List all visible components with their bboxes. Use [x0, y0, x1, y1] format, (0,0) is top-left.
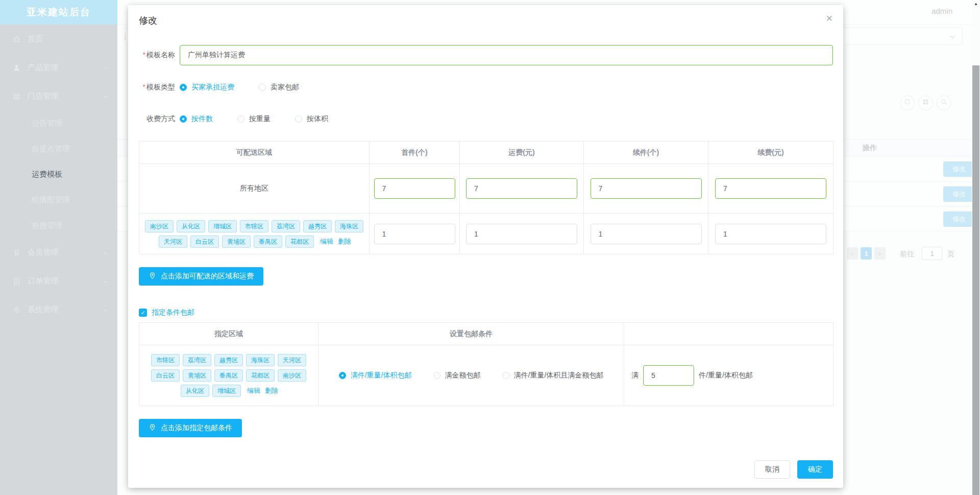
chevron-down-icon [949, 33, 956, 40]
district-tag[interactable]: 越秀区 [303, 220, 332, 232]
sidebar-item-stores[interactable]: 门店管理 [0, 82, 117, 110]
sidebar-item-system[interactable]: 系统管理 [0, 295, 117, 324]
cancel-button[interactable]: 取消 [754, 460, 790, 479]
sidebar-item-orders[interactable]: 订单管理 [0, 267, 117, 295]
district-tag[interactable]: 番禺区 [214, 369, 243, 382]
district-tag[interactable]: 南沙区 [278, 369, 306, 382]
home-icon [12, 35, 21, 43]
pagination-page-input[interactable] [922, 247, 942, 260]
district-tag[interactable]: 荔湾区 [272, 220, 300, 232]
template-name-row: *模板名称 [139, 45, 833, 65]
district-tag[interactable]: 从化区 [181, 385, 209, 397]
sidebar-item-label: 首页 [28, 34, 43, 44]
edit-template-modal: 修改 ✕ *模板名称 *模板类型 买家承担运费 卖家包邮 收费方式 按件数 按重… [128, 5, 843, 488]
search-button[interactable] [937, 96, 951, 110]
chevron-down-icon [103, 278, 109, 285]
confirm-button[interactable]: 确定 [797, 460, 833, 479]
pagination-next-button[interactable]: › [874, 247, 886, 260]
table-row-districts: 南沙区 从化区 增城区 市辖区 荔湾区 越秀区 海珠区 天河区 白云区 黄埔区 … [139, 214, 834, 254]
radio-buyer-pays[interactable]: 买家承担运费 [180, 83, 234, 92]
scroll-up-arrow-icon[interactable]: ▲ [972, 2, 980, 6]
district-tag[interactable]: 增城区 [212, 385, 241, 397]
sidebar-item-hot-search[interactable]: 热搜管理 [0, 213, 117, 238]
district-tag[interactable]: 白云区 [190, 235, 219, 248]
edit-button[interactable]: 修改 [943, 186, 975, 202]
additional-fee-input[interactable] [715, 178, 826, 199]
radio-unselected-icon [433, 372, 440, 379]
district-tag[interactable]: 天河区 [159, 235, 187, 248]
scrollbar-thumb[interactable] [972, 65, 979, 495]
window-scrollbar[interactable]: ▲ [972, 0, 980, 495]
edit-regions-link[interactable]: 编辑 [247, 386, 260, 395]
template-name-input[interactable] [180, 45, 833, 65]
district-tag[interactable]: 黄埔区 [183, 369, 211, 382]
edit-button[interactable]: 修改 [943, 161, 975, 177]
delete-regions-link[interactable]: 删除 [265, 386, 278, 395]
sidebar-item-members[interactable]: 会员管理 [0, 238, 117, 267]
district-tag[interactable]: 花都区 [246, 369, 275, 382]
sidebar-item-announcements[interactable]: 公告管理 [0, 110, 117, 136]
radio-piece-weight-volume[interactable]: 满件/重量/体积包邮 [339, 371, 412, 380]
additional-fee-input[interactable] [715, 224, 826, 244]
radio-amount[interactable]: 满金额包邮 [433, 371, 481, 380]
first-fee-input[interactable] [466, 178, 577, 199]
radio-by-weight[interactable]: 按重量 [237, 114, 271, 124]
district-tag[interactable]: 番禺区 [254, 235, 282, 248]
region-tags-cell: 南沙区 从化区 增城区 市辖区 荔湾区 越秀区 海珠区 天河区 白云区 黄埔区 … [139, 214, 370, 254]
refresh-icon [903, 98, 911, 108]
add-condition-button[interactable]: 点击添加指定包邮条件 [139, 419, 242, 437]
checkbox-checked-icon[interactable]: ✓ [139, 309, 147, 317]
district-tag[interactable]: 增城区 [208, 220, 237, 232]
admin-user-menu[interactable]: admin [932, 7, 952, 15]
district-tag[interactable]: 南沙区 [145, 220, 174, 232]
first-fee-input[interactable] [466, 224, 577, 244]
threshold-input[interactable] [643, 365, 694, 386]
sidebar: 亚米建站后台 首页 产品管理 门店管理 公告管理 自提点管理 运费模板 轮播图管… [0, 0, 117, 495]
district-tag[interactable]: 海珠区 [246, 354, 275, 366]
additional-piece-input[interactable] [591, 224, 702, 244]
conditional-free-shipping-checkbox-row[interactable]: ✓ 指定条件包邮 [139, 308, 194, 317]
district-tag[interactable]: 从化区 [177, 220, 205, 232]
search-icon [940, 98, 948, 108]
grid-icon [922, 98, 929, 108]
district-tag[interactable]: 海珠区 [335, 220, 363, 232]
radio-piece-and-amount[interactable]: 满件/重量/体积且满金额包邮 [502, 371, 604, 380]
district-tag[interactable]: 越秀区 [214, 354, 243, 366]
radio-unselected-icon [259, 84, 266, 91]
pagination-prev-button[interactable]: ‹ [847, 247, 858, 260]
required-mark: * [143, 51, 145, 59]
free-shipping-table: 指定区域 设置包邮条件 市辖区 荔湾区 越秀区 海珠区 天河区 白云区 黄埔区 [139, 322, 834, 406]
location-pin-icon [149, 272, 156, 281]
edit-button[interactable]: 修改 [943, 211, 975, 227]
delete-regions-link[interactable]: 删除 [338, 237, 351, 246]
district-tag[interactable]: 天河区 [278, 354, 306, 366]
column-grid-button[interactable] [918, 96, 933, 110]
refresh-button[interactable] [900, 96, 915, 110]
sidebar-item-home[interactable]: 首页 [0, 25, 117, 53]
medal-icon [12, 248, 21, 257]
first-piece-input[interactable] [374, 178, 455, 199]
district-tag[interactable]: 市辖区 [240, 220, 268, 232]
close-icon[interactable]: ✕ [826, 13, 833, 24]
radio-by-piece[interactable]: 按件数 [180, 114, 213, 124]
add-region-button[interactable]: 点击添加可配送的区域和运费 [139, 267, 263, 286]
template-type-label: *模板类型 [139, 83, 180, 92]
user-icon [12, 63, 21, 72]
sidebar-item-carousel[interactable]: 轮播图管理 [0, 187, 117, 213]
district-tag[interactable]: 花都区 [285, 235, 314, 248]
radio-by-volume[interactable]: 按体积 [295, 114, 328, 124]
specified-regions-cell: 市辖区 荔湾区 越秀区 海珠区 天河区 白云区 黄埔区 番禺区 花都区 南沙区 [139, 345, 318, 406]
district-tag[interactable]: 荔湾区 [183, 354, 211, 366]
district-tag[interactable]: 市辖区 [151, 354, 180, 366]
first-piece-input[interactable] [374, 224, 455, 244]
sidebar-item-shipping-templates[interactable]: 运费模板 [0, 161, 117, 187]
sidebar-item-products[interactable]: 产品管理 [0, 53, 117, 82]
sidebar-item-pickup-points[interactable]: 自提点管理 [0, 136, 117, 161]
district-tag[interactable]: 黄埔区 [222, 235, 251, 248]
additional-piece-input[interactable] [591, 178, 702, 199]
radio-seller-free-shipping[interactable]: 卖家包邮 [259, 83, 299, 92]
edit-regions-link[interactable]: 编辑 [320, 237, 333, 246]
column-header: 设置包邮条件 [318, 323, 624, 345]
district-tag[interactable]: 白云区 [151, 369, 180, 382]
pagination-page-1[interactable]: 1 [861, 247, 872, 260]
